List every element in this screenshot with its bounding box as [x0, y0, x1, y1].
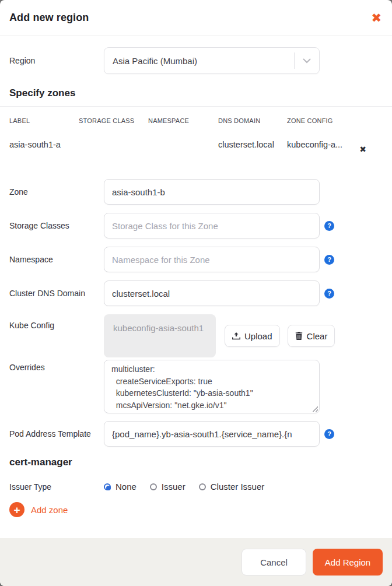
help-icon[interactable]: ? — [324, 255, 334, 265]
modal-title: Add new region — [9, 12, 89, 24]
col-header-dns-domain: DNS DOMAIN — [218, 117, 287, 124]
cluster-dns-domain-label: Cluster DNS Domain — [9, 289, 104, 298]
cert-manager-heading: cert-manager — [0, 457, 392, 468]
namespace-row: Namespace ? — [9, 247, 383, 272]
col-header-namespace: NAMESPACE — [148, 117, 218, 124]
cancel-button[interactable]: Cancel — [242, 549, 306, 576]
kube-config-label: Kube Config — [9, 321, 104, 330]
issuer-type-row: Issuer Type None Issuer Cluster Issuer — [0, 482, 392, 492]
kube-config-row: Kube Config kubeconfig-asia-south1 Uploa… — [9, 314, 383, 357]
row-actions: ✖ — [356, 140, 383, 153]
region-select-value: Asia Pacific (Mumbai) — [104, 56, 197, 66]
storage-classes-label: Storage Classes — [9, 221, 104, 230]
radio-label: Issuer — [162, 482, 186, 492]
cell-zone-config: kubeconfig-a... — [287, 140, 356, 149]
col-header-label: LABEL — [9, 117, 79, 124]
zones-table: LABEL STORAGE CLASS NAMESPACE DNS DOMAIN… — [0, 107, 392, 153]
radio-label: Cluster Issuer — [211, 482, 265, 492]
kube-config-buttons: Upload Clear — [225, 325, 335, 347]
cell-zone-label: asia-south1-a — [9, 140, 79, 149]
trash-icon — [295, 332, 303, 340]
help-icon[interactable]: ? — [324, 221, 334, 231]
upload-button[interactable]: Upload — [225, 325, 280, 347]
delete-zone-icon[interactable]: ✖ — [359, 145, 366, 153]
zone-input[interactable] — [104, 179, 320, 205]
storage-classes-input[interactable] — [104, 213, 320, 238]
radio-icon — [104, 483, 111, 490]
issuer-type-label: Issuer Type — [9, 482, 104, 492]
zone-label: Zone — [9, 187, 104, 196]
radio-label: None — [116, 482, 136, 492]
issuer-type-radio-none[interactable]: None — [104, 482, 136, 492]
col-header-storage-class: STORAGE CLASS — [79, 117, 148, 124]
upload-icon — [232, 332, 240, 340]
storage-classes-row: Storage Classes ? — [9, 213, 383, 238]
issuer-type-radio-cluster-issuer[interactable]: Cluster Issuer — [199, 482, 265, 492]
close-icon[interactable]: ✖ — [371, 12, 382, 24]
region-select[interactable]: Asia Pacific (Mumbai) — [104, 47, 320, 74]
help-icon[interactable]: ? — [324, 289, 334, 299]
issuer-type-radio-group: None Issuer Cluster Issuer — [104, 482, 264, 492]
add-region-button[interactable]: Add Region — [313, 549, 383, 576]
cluster-dns-domain-input[interactable] — [104, 280, 320, 306]
zone-form: Zone Storage Classes ? Namespace ? Clust… — [0, 179, 392, 447]
plus-icon: + — [9, 502, 24, 517]
add-zone-button[interactable]: + Add zone — [0, 502, 392, 517]
add-zone-label: Add zone — [31, 505, 68, 515]
col-header-zone-config: ZONE CONFIG — [287, 117, 356, 124]
add-region-modal: Add new region ✖ Region Asia Pacific (Mu… — [0, 0, 392, 586]
overrides-label: Overrides — [9, 363, 104, 372]
pod-address-template-label: Pod Address Template — [9, 429, 104, 438]
namespace-label: Namespace — [9, 255, 104, 264]
modal-header: Add new region ✖ — [0, 0, 392, 36]
cell-dns-domain: clusterset.local — [218, 140, 287, 149]
help-icon[interactable]: ? — [324, 429, 334, 439]
kube-config-filename: kubeconfig-asia-south1 — [104, 314, 216, 357]
overrides-row: Overrides multicluster: createServiceExp… — [9, 360, 383, 413]
clear-button-label: Clear — [307, 331, 328, 341]
chevron-down-icon — [294, 52, 319, 69]
resize-handle[interactable] — [312, 405, 318, 412]
zone-field-row: Zone — [9, 179, 383, 205]
pod-address-template-row: Pod Address Template ? — [9, 421, 383, 447]
radio-icon — [150, 483, 157, 490]
overrides-textarea[interactable]: multicluster: createServiceExports: true… — [104, 360, 320, 413]
clear-button[interactable]: Clear — [288, 325, 335, 347]
zones-table-header: LABEL STORAGE CLASS NAMESPACE DNS DOMAIN… — [9, 117, 383, 124]
radio-icon — [199, 483, 206, 490]
upload-button-label: Upload — [244, 331, 272, 341]
specify-zones-heading: Specify zones — [0, 87, 392, 99]
region-label: Region — [9, 56, 104, 65]
cluster-dns-domain-row: Cluster DNS Domain ? — [9, 280, 383, 306]
issuer-type-radio-issuer[interactable]: Issuer — [150, 482, 186, 492]
namespace-input[interactable] — [104, 247, 320, 272]
modal-footer: Cancel Add Region — [0, 538, 392, 586]
region-field-row: Region Asia Pacific (Mumbai) — [0, 47, 392, 74]
table-row: asia-south1-a clusterset.local kubeconfi… — [9, 140, 383, 153]
pod-address-template-input[interactable] — [104, 421, 320, 447]
